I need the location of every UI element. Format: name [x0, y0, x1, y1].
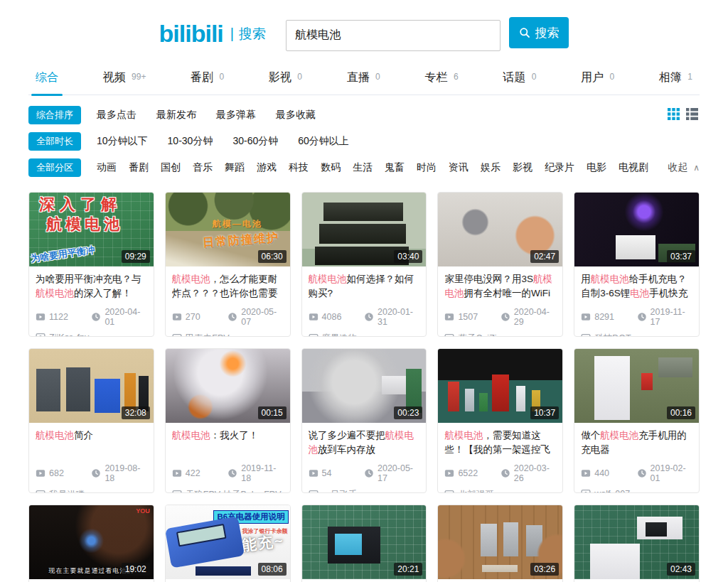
video-card[interactable]: 03:40 航模电池如何选择？如何购买? 4086 2020-01- — [301, 192, 427, 337]
video-card[interactable]: 10:37 航模电池，需要知道这些！【我的第一架遥控飞机】第 6522 — [437, 348, 563, 493]
uploader[interactable]: 科技DOT — [581, 333, 692, 337]
video-title[interactable]: 为啥要用平衡冲充电？与航模电池的深入了解！ — [36, 272, 147, 301]
video-card-body — [29, 579, 154, 582]
uploader[interactable]: 天狼FPV-柚子BakerFPV — [172, 489, 284, 493]
video-thumbnail[interactable]: 20:21 — [302, 505, 427, 579]
video-thumbnail[interactable]: 日常防撞维护航模—电池 06:30 — [166, 193, 290, 266]
upload-date-value: 2020-05-07 — [241, 307, 283, 327]
video-thumbnail[interactable]: 10:37 — [438, 349, 562, 423]
bilibili-logo[interactable]: bilibili | 搜索 — [159, 20, 266, 48]
video-card[interactable]: 02:47 家里停电没网？用3S航模电池拥有全村唯一的WiFi 1507 — [437, 192, 563, 337]
result-tab[interactable]: 话题 0 — [503, 70, 536, 85]
video-card[interactable]: 啥都能充~不好意思，我涂了银行卡余额B6充电器使用说明 08:06 — [165, 505, 291, 582]
result-tab[interactable]: 专栏 6 — [424, 70, 458, 85]
video-thumbnail[interactable]: 00:15 — [166, 349, 290, 423]
uploader[interactable]: wolf_007 — [581, 489, 692, 493]
filter-option[interactable]: 最新发布 — [156, 109, 196, 122]
filter-option[interactable]: 纪录片 — [545, 161, 574, 174]
filter-option[interactable]: 电视剧 — [619, 161, 648, 174]
result-tab[interactable]: 影视 0 — [269, 70, 302, 85]
filter-option[interactable]: 数码 — [321, 161, 341, 174]
filter-option[interactable]: 生活 — [353, 161, 373, 174]
filter-option[interactable]: 番剧 — [129, 161, 149, 174]
search-button[interactable]: 搜索 — [509, 17, 569, 48]
filter-option[interactable]: 资讯 — [449, 161, 469, 174]
filter-option[interactable]: 音乐 — [193, 161, 213, 174]
video-thumbnail[interactable]: 03:26 — [438, 505, 562, 579]
result-tab[interactable]: 综合 — [36, 70, 58, 85]
filter-option[interactable]: 国创 — [161, 161, 181, 174]
filter-option[interactable]: 10分钟以下 — [97, 135, 148, 148]
filter-option[interactable]: 游戏 — [257, 161, 277, 174]
video-thumbnail[interactable]: YOU现在主要就是通过看电池的 19:02 — [29, 505, 154, 579]
video-card[interactable]: 20:21 — [301, 505, 427, 582]
result-tab[interactable]: 直播 0 — [347, 70, 380, 85]
collapse-button[interactable]: 收起 ∧ — [668, 161, 700, 174]
upload-date-value: 2020-04-01 — [105, 307, 146, 327]
filter-option[interactable]: 最多收藏 — [276, 109, 316, 122]
video-card[interactable]: 02:43 — [574, 505, 700, 582]
video-title[interactable]: 航模电池：我火了！ — [172, 429, 284, 457]
video-title[interactable]: 航模电池简介 — [36, 429, 147, 457]
filter-option[interactable]: 舞蹈 — [225, 161, 245, 174]
filter-option[interactable]: 影视 — [513, 161, 532, 174]
video-title[interactable]: 用航模电池给手机充电？自制3-6S锂电池手机快充器 — [581, 272, 692, 301]
video-thumbnail[interactable]: 啥都能充~不好意思，我涂了银行卡余额B6充电器使用说明 08:06 — [166, 505, 290, 579]
video-thumbnail[interactable]: 32:08 — [29, 349, 154, 423]
grid-view-icon[interactable] — [668, 108, 680, 120]
search-input[interactable] — [286, 20, 500, 51]
uploader[interactable]: 甲壳虫FPV — [172, 333, 284, 337]
filter-chip[interactable]: 综合排序 — [28, 106, 81, 124]
video-card[interactable]: 03:37 用航模电池给手机充电？自制3-6S锂电池手机快充器 8291 — [574, 192, 700, 337]
filter-chip[interactable]: 全部时长 — [28, 132, 81, 151]
result-tabs: 综合 视频 99+ 番剧 0 影视 0 直播 0 专栏 6 话题 0 用户 0 … — [28, 70, 700, 95]
uploader[interactable]: 蔡子CaiZi — [444, 333, 556, 337]
video-card[interactable]: YOU现在主要就是通过看电池的 19:02 — [28, 505, 154, 582]
filter-option[interactable]: 最多点击 — [97, 109, 136, 122]
clock-icon — [91, 468, 101, 478]
video-thumbnail[interactable]: 02:47 — [438, 193, 562, 266]
filter-option[interactable]: 娱乐 — [481, 161, 500, 174]
video-card[interactable]: 00:16 做个航模电池充手机用的 充电器 440 2019-02- — [574, 348, 700, 493]
video-thumbnail[interactable]: 00:23 — [302, 349, 427, 423]
video-thumbnail[interactable]: 00:16 — [574, 349, 699, 423]
video-card[interactable]: 03:26 — [437, 505, 563, 582]
video-thumbnail[interactable]: 为啥要用平衡冲航模电池深入了解 09:29 — [29, 193, 154, 266]
uploader[interactable]: 北郊强哥 — [444, 489, 556, 493]
filter-option[interactable]: 电影 — [587, 161, 606, 174]
video-thumbnail[interactable]: 02:43 — [574, 505, 699, 579]
filter-row: 全部时长 10分钟以下10-30分钟30-60分钟60分钟以上 — [28, 132, 700, 151]
filter-option[interactable]: 最多弹幕 — [216, 109, 256, 122]
uploader[interactable]: 一只飞手 — [309, 489, 420, 493]
filter-option[interactable]: 科技 — [289, 161, 309, 174]
video-card[interactable]: 日常防撞维护航模—电池 06:30 航模电池，怎么才能更耐炸点？？？也许你也需要… — [165, 192, 291, 337]
video-card[interactable]: 32:08 航模电池简介 682 2019-08-18 — [28, 348, 154, 493]
video-title[interactable]: 航模电池，怎么才能更耐炸点？？？也许你也需要这样 — [172, 272, 284, 301]
result-tab[interactable]: 相簿 1 — [659, 70, 692, 85]
filter-option[interactable]: 鬼畜 — [385, 161, 405, 174]
video-thumbnail[interactable]: 03:37 — [574, 193, 699, 266]
filter-option[interactable]: 60分钟以上 — [298, 135, 349, 148]
video-title[interactable]: 做个航模电池充手机用的 充电器 — [581, 429, 692, 457]
result-tab[interactable]: 番剧 0 — [191, 70, 224, 85]
video-card[interactable]: 00:23 说了多少遍不要把航模电池放到车内存放 54 2020-0 — [301, 348, 427, 493]
upload-date-value: 2019-11-18 — [241, 463, 283, 483]
video-thumbnail[interactable]: 03:40 — [302, 193, 427, 266]
filter-option[interactable]: 30-60分钟 — [232, 135, 278, 148]
video-title[interactable]: 航模电池如何选择？如何购买? — [309, 272, 420, 301]
filter-option[interactable]: 时尚 — [417, 161, 437, 174]
uploader[interactable]: 我是洪磷 — [36, 489, 147, 493]
video-title[interactable]: 说了多少遍不要把航模电池放到车内存放 — [309, 429, 420, 457]
result-tab[interactable]: 用户 0 — [581, 70, 614, 85]
video-card[interactable]: 00:15 航模电池：我火了！ 422 2019-11-18 — [165, 348, 291, 493]
list-view-icon[interactable] — [686, 108, 698, 120]
uploader[interactable]: ZiiKor_fpv — [36, 333, 147, 337]
filter-chip[interactable]: 全部分区 — [28, 158, 81, 177]
result-tab[interactable]: 视频 99+ — [103, 70, 146, 85]
filter-option[interactable]: 10-30分钟 — [168, 135, 213, 148]
video-title[interactable]: 航模电池，需要知道这些！【我的第一架遥控飞机】第 — [444, 429, 556, 457]
video-title[interactable]: 家里停电没网？用3S航模电池拥有全村唯一的WiFi — [444, 272, 556, 301]
filter-option[interactable]: 动画 — [97, 161, 117, 174]
video-card[interactable]: 为啥要用平衡冲航模电池深入了解 09:29 为啥要用平衡冲充电？与航模电池的深入… — [28, 192, 154, 337]
uploader[interactable]: 魔界造物 — [309, 333, 420, 337]
